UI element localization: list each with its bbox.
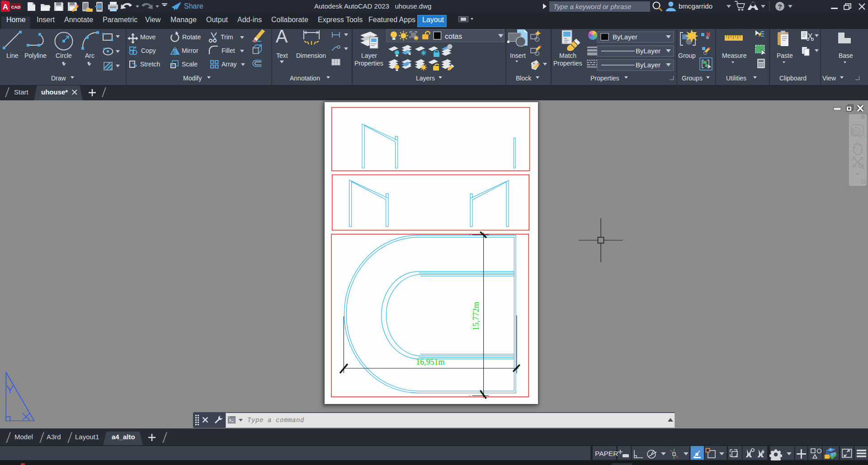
- svg-text:2D: 2D: [858, 133, 866, 140]
- svg-text:A: A: [276, 29, 288, 46]
- svg-text:cotas: cotas: [445, 33, 462, 40]
- svg-text:CAD: CAD: [11, 5, 21, 9]
- svg-text:ByLayer: ByLayer: [636, 47, 660, 55]
- svg-text:A: A: [3, 3, 8, 11]
- svg-text:?: ?: [778, 3, 782, 10]
- svg-text:ByLayer: ByLayer: [636, 61, 660, 69]
- svg-text:PAPER: PAPER: [595, 450, 618, 457]
- svg-text:16,951m: 16,951m: [416, 357, 445, 366]
- svg-text:bmcgarrido: bmcgarrido: [679, 2, 712, 10]
- svg-text:15,772m: 15,772m: [472, 302, 481, 331]
- svg-text:ByLayer: ByLayer: [613, 33, 637, 41]
